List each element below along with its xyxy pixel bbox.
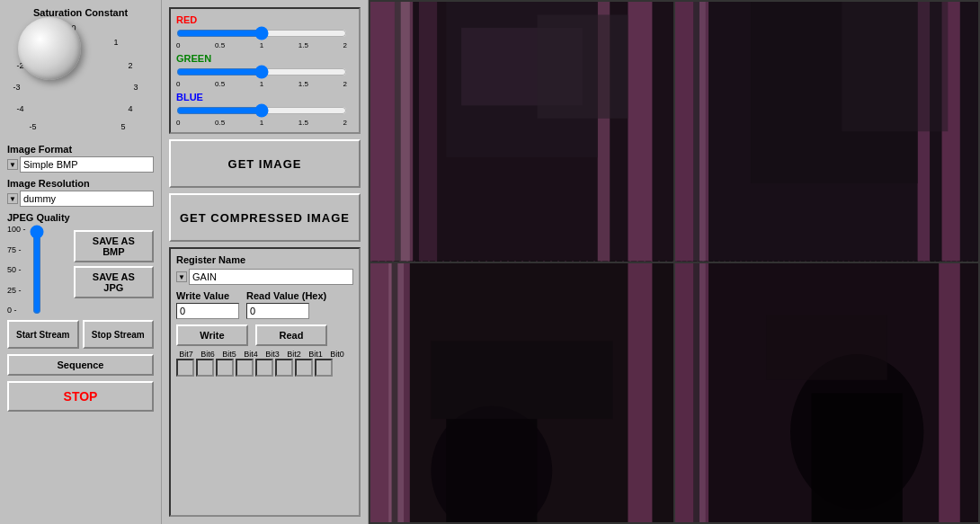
blue-row: BLUE 0 0.5 1 1.5 2 — [176, 92, 353, 127]
bit1-checkbox[interactable] — [295, 359, 313, 377]
color-sliders: RED 0 0.5 1 1.5 2 GREEN 0 0.5 1 1.5 2 — [169, 7, 361, 134]
save-bmp-button[interactable]: SAVE AS BMP — [74, 230, 154, 262]
image-cell-top-right — [675, 2, 978, 262]
left-panel: Saturation Constant 0 -1 1 -2 2 -3 3 -4 … — [0, 0, 162, 524]
green-slider[interactable] — [176, 65, 347, 79]
image-format-label: Image Format — [7, 144, 154, 155]
bit2-checkbox[interactable] — [275, 359, 293, 377]
green-tick-15: 1.5 — [298, 80, 308, 88]
stop-stream-button[interactable]: Stop Stream — [83, 320, 155, 349]
blue-tick-1: 1 — [260, 119, 263, 127]
blue-tick-2: 2 — [343, 119, 347, 127]
read-button[interactable]: Read — [255, 324, 327, 346]
red-tick-15: 1.5 — [298, 41, 308, 49]
knob-label-2: 2 — [129, 61, 133, 70]
saturation-knob[interactable] — [18, 17, 81, 80]
bits-labels-row: Bit7 Bit6 Bit5 Bit4 Bit3 Bit2 Bit1 Bit0 — [176, 350, 353, 359]
red-ticks: 0 0.5 1 1.5 2 — [176, 41, 347, 49]
svg-rect-30 — [939, 263, 960, 523]
red-label: RED — [176, 14, 353, 25]
write-value-label: Write Value — [176, 290, 239, 301]
register-name-input[interactable] — [189, 269, 353, 285]
saturation-section: Saturation Constant 0 -1 1 -2 2 -3 3 -4 … — [7, 7, 154, 138]
knob-label-4: 4 — [129, 104, 133, 113]
bit1-label: Bit1 — [306, 350, 325, 359]
image-resolution-input[interactable] — [20, 191, 154, 207]
svg-rect-6 — [395, 2, 410, 262]
image-format-row: ▼ — [7, 156, 154, 173]
jpeg-section: JPEG Quality 100 - 75 - 50 - 25 - 0 - SA… — [7, 212, 154, 315]
write-value-input[interactable] — [176, 303, 239, 319]
bit2-label: Bit2 — [284, 350, 304, 359]
svg-rect-26 — [431, 341, 612, 419]
bit7-checkbox[interactable] — [176, 359, 194, 377]
blue-slider[interactable] — [176, 103, 347, 118]
get-compressed-image-button[interactable]: GET COMPRESSED IMAGE — [169, 193, 361, 242]
blue-tick-0: 0 — [176, 119, 180, 127]
bit4-checkbox[interactable] — [236, 359, 254, 377]
bit5-checkbox[interactable] — [216, 359, 234, 377]
save-buttons: SAVE AS BMP SAVE AS JPG — [74, 230, 154, 298]
write-read-buttons: Write Read — [176, 324, 353, 346]
bit0-checkbox[interactable] — [315, 359, 333, 377]
svg-rect-22 — [628, 263, 652, 523]
svg-rect-33 — [812, 393, 903, 522]
red-tick-05: 0.5 — [215, 41, 225, 49]
start-stream-button[interactable]: Start Stream — [7, 320, 79, 349]
tick-50: 50 - — [7, 265, 26, 274]
write-read-row: Write Value Read Value (Hex) — [176, 290, 353, 319]
bit3-label: Bit3 — [263, 350, 282, 359]
image-format-arrow[interactable]: ▼ — [7, 159, 18, 170]
sequence-button[interactable]: Sequence — [7, 354, 154, 376]
image-format-input[interactable] — [20, 156, 154, 173]
bits-checkboxes-row — [176, 359, 353, 377]
red-row: RED 0 0.5 1 1.5 2 — [176, 14, 353, 49]
get-image-button[interactable]: GET IMAGE — [169, 139, 361, 188]
green-row: GREEN 0 0.5 1 1.5 2 — [176, 53, 353, 88]
image-cell-bottom-left — [370, 263, 673, 523]
read-value-col: Read Value (Hex) — [246, 290, 326, 319]
svg-rect-23 — [388, 263, 404, 523]
saturation-title: Saturation Constant — [7, 7, 154, 18]
bit6-checkbox[interactable] — [196, 359, 214, 377]
svg-rect-4 — [628, 2, 652, 262]
image-resolution-label: Image Resolution — [7, 178, 154, 189]
read-value-input[interactable] — [246, 303, 309, 319]
svg-rect-34 — [766, 315, 887, 379]
bit5-label: Bit5 — [219, 350, 239, 359]
green-ticks: 0 0.5 1 1.5 2 — [176, 80, 347, 88]
register-section: Register Name ▼ Write Value Read Value (… — [169, 247, 361, 517]
tick-100: 100 - — [7, 225, 26, 234]
knob-label-n3: -3 — [13, 83, 21, 92]
svg-rect-18 — [842, 2, 948, 131]
svg-rect-31 — [693, 263, 705, 523]
save-jpg-button[interactable]: SAVE AS JPG — [74, 266, 154, 298]
svg-rect-25 — [446, 419, 537, 522]
svg-rect-16 — [693, 2, 705, 262]
red-slider[interactable] — [176, 26, 347, 40]
register-dropdown-row: ▼ — [176, 269, 353, 285]
svg-rect-28 — [675, 263, 693, 523]
jpeg-quality-slider[interactable] — [30, 225, 44, 315]
image-format-section: Image Format ▼ — [7, 144, 154, 173]
bit7-label: Bit7 — [176, 350, 196, 359]
write-value-col: Write Value — [176, 290, 239, 319]
image-resolution-arrow[interactable]: ▼ — [7, 193, 18, 204]
knob-wrapper: 0 -1 1 -2 2 -3 3 -4 4 -5 5 — [13, 22, 148, 138]
write-button[interactable]: Write — [176, 324, 248, 346]
svg-rect-1 — [370, 2, 395, 262]
middle-panel: RED 0 0.5 1 1.5 2 GREEN 0 0.5 1 1.5 2 — [162, 0, 369, 524]
stop-button[interactable]: STOP — [7, 381, 154, 412]
red-tick-1: 1 — [260, 41, 263, 49]
red-tick-2: 2 — [343, 41, 347, 49]
bit3-checkbox[interactable] — [255, 359, 273, 377]
knob-label-n4: -4 — [17, 104, 24, 113]
knob-label-5: 5 — [121, 122, 126, 131]
blue-label: BLUE — [176, 92, 353, 102]
green-tick-05: 0.5 — [215, 80, 225, 88]
read-value-label: Read Value (Hex) — [246, 290, 326, 301]
image-cell-bottom-right — [675, 263, 978, 523]
green-tick-0: 0 — [176, 80, 180, 88]
knob-label-1: 1 — [114, 38, 119, 47]
register-dropdown-arrow[interactable]: ▼ — [176, 271, 187, 282]
